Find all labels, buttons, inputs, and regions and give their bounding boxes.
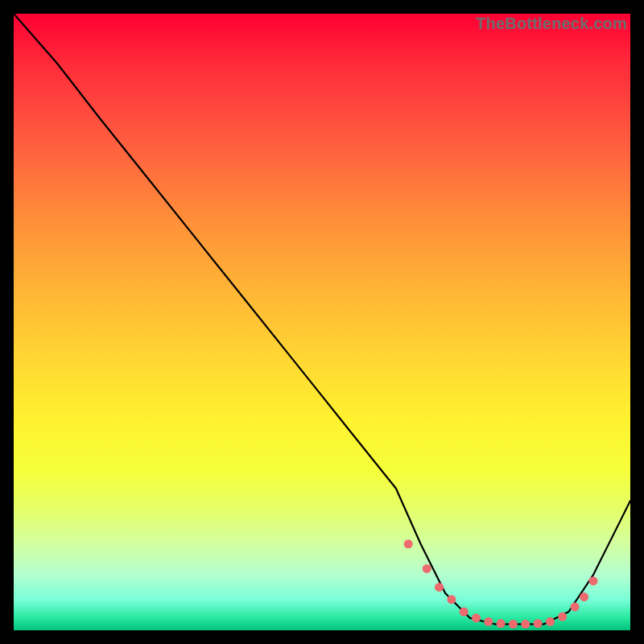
marker-dot <box>460 608 469 617</box>
marker-group <box>404 539 598 629</box>
marker-dot <box>497 619 506 628</box>
marker-dot <box>589 576 598 585</box>
chart-svg <box>14 14 630 630</box>
marker-dot <box>447 595 456 604</box>
marker-dot <box>484 617 493 626</box>
marker-dot <box>509 620 518 629</box>
marker-dot <box>435 583 444 592</box>
marker-dot <box>404 539 413 548</box>
marker-dot <box>558 613 567 621</box>
marker-dot <box>580 592 588 601</box>
chart-plot-area: TheBottleneck.com <box>14 14 630 630</box>
marker-dot <box>571 602 580 611</box>
marker-dot <box>534 619 543 628</box>
marker-dot <box>423 564 431 573</box>
series-curve <box>14 14 630 624</box>
marker-dot <box>521 620 530 629</box>
marker-dot <box>546 617 555 626</box>
chart-stage: TheBottleneck.com <box>0 0 644 644</box>
marker-dot <box>472 613 481 622</box>
